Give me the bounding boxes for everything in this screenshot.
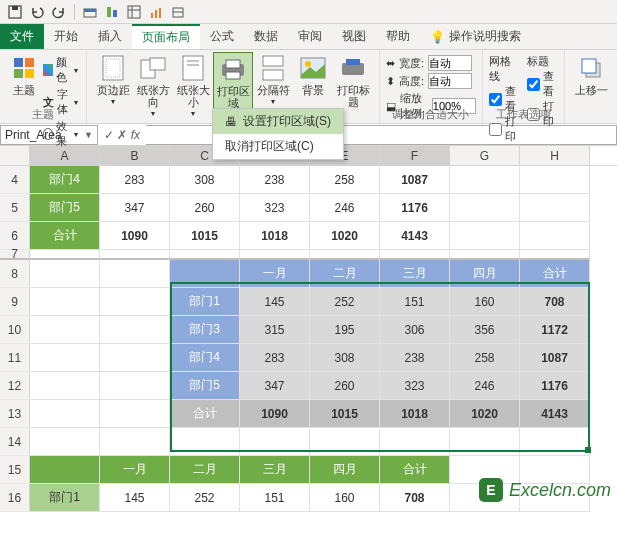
cell[interactable] bbox=[450, 194, 520, 222]
print-titles-button[interactable]: 打印标题 bbox=[333, 52, 373, 110]
cell[interactable] bbox=[30, 316, 100, 344]
cell[interactable]: 1020 bbox=[310, 222, 380, 250]
cell[interactable]: 1018 bbox=[240, 222, 310, 250]
cell[interactable]: 145 bbox=[100, 484, 170, 512]
breaks-button[interactable]: 分隔符▾ bbox=[253, 52, 293, 110]
margins-button[interactable]: 页边距▾ bbox=[93, 52, 133, 110]
cell[interactable] bbox=[240, 428, 310, 456]
tab-formulas[interactable]: 公式 bbox=[200, 24, 244, 49]
cell[interactable]: 1090 bbox=[240, 400, 310, 428]
cell[interactable] bbox=[380, 250, 450, 260]
cell[interactable]: 283 bbox=[100, 166, 170, 194]
cell[interactable]: 323 bbox=[380, 372, 450, 400]
row-number[interactable]: 15 bbox=[0, 456, 30, 484]
tab-insert[interactable]: 插入 bbox=[88, 24, 132, 49]
cell[interactable] bbox=[30, 456, 100, 484]
cell[interactable]: 1087 bbox=[520, 344, 590, 372]
cell[interactable] bbox=[520, 222, 590, 250]
cell[interactable]: 三月 bbox=[380, 260, 450, 288]
set-print-area-item[interactable]: 🖶设置打印区域(S) bbox=[213, 109, 343, 134]
qat-icon-5[interactable] bbox=[169, 3, 187, 21]
cell[interactable] bbox=[30, 288, 100, 316]
colors-button[interactable]: 颜色▾ bbox=[41, 54, 80, 86]
cell[interactable] bbox=[380, 428, 450, 456]
cell[interactable] bbox=[100, 428, 170, 456]
cell[interactable]: 合计 bbox=[380, 456, 450, 484]
cell[interactable]: 二月 bbox=[310, 260, 380, 288]
cell[interactable] bbox=[450, 428, 520, 456]
col-H[interactable]: H bbox=[520, 146, 590, 165]
undo-icon[interactable] bbox=[28, 3, 46, 21]
cell[interactable]: 一月 bbox=[100, 456, 170, 484]
cell[interactable]: 合计 bbox=[520, 260, 590, 288]
cell[interactable]: 347 bbox=[240, 372, 310, 400]
cell[interactable] bbox=[30, 400, 100, 428]
height-input[interactable] bbox=[428, 73, 472, 89]
cell[interactable]: 347 bbox=[100, 194, 170, 222]
cell[interactable] bbox=[100, 400, 170, 428]
cell[interactable]: 252 bbox=[170, 484, 240, 512]
row-number[interactable]: 10 bbox=[0, 316, 30, 344]
cell[interactable]: 160 bbox=[310, 484, 380, 512]
cell[interactable] bbox=[100, 260, 170, 288]
tab-help[interactable]: 帮助 bbox=[376, 24, 420, 49]
tell-me[interactable]: 💡操作说明搜索 bbox=[420, 24, 531, 49]
row-number[interactable]: 4 bbox=[0, 166, 30, 194]
cell[interactable] bbox=[170, 260, 240, 288]
cell[interactable] bbox=[100, 372, 170, 400]
cell[interactable] bbox=[450, 250, 520, 260]
cell[interactable]: 252 bbox=[310, 288, 380, 316]
cell[interactable] bbox=[520, 166, 590, 194]
cell[interactable]: 4143 bbox=[520, 400, 590, 428]
effects-button[interactable]: 效果▾ bbox=[41, 118, 80, 150]
cell[interactable]: 部门5 bbox=[30, 194, 100, 222]
cell[interactable]: 260 bbox=[310, 372, 380, 400]
cell[interactable]: 部门1 bbox=[170, 288, 240, 316]
row-number[interactable]: 8 bbox=[0, 260, 30, 288]
cell[interactable]: 1176 bbox=[380, 194, 450, 222]
row-number[interactable]: 5 bbox=[0, 194, 30, 222]
themes-button[interactable]: 主题 bbox=[6, 52, 41, 98]
cell[interactable]: 283 bbox=[240, 344, 310, 372]
cell[interactable]: 145 bbox=[240, 288, 310, 316]
cell[interactable] bbox=[520, 194, 590, 222]
row-number[interactable]: 16 bbox=[0, 484, 30, 512]
cell[interactable] bbox=[450, 166, 520, 194]
width-input[interactable] bbox=[428, 55, 472, 71]
cell[interactable]: 323 bbox=[240, 194, 310, 222]
row-number[interactable]: 13 bbox=[0, 400, 30, 428]
cell[interactable] bbox=[100, 316, 170, 344]
cell[interactable]: 315 bbox=[240, 316, 310, 344]
tab-file[interactable]: 文件 bbox=[0, 24, 44, 49]
cell[interactable]: 部门3 bbox=[170, 316, 240, 344]
tab-data[interactable]: 数据 bbox=[244, 24, 288, 49]
cell[interactable]: 部门1 bbox=[30, 484, 100, 512]
cell[interactable]: 4143 bbox=[380, 222, 450, 250]
cell[interactable]: 246 bbox=[310, 194, 380, 222]
background-button[interactable]: 背景 bbox=[293, 52, 333, 98]
cell[interactable] bbox=[30, 344, 100, 372]
cell[interactable] bbox=[520, 428, 590, 456]
cell[interactable] bbox=[310, 250, 380, 260]
cell[interactable] bbox=[170, 428, 240, 456]
cell[interactable]: 1176 bbox=[520, 372, 590, 400]
row-number[interactable]: 12 bbox=[0, 372, 30, 400]
head-view-check[interactable]: 查看 bbox=[527, 69, 558, 99]
cell[interactable]: 708 bbox=[520, 288, 590, 316]
cell[interactable]: 合计 bbox=[30, 222, 100, 250]
clear-print-area-item[interactable]: 取消打印区域(C) bbox=[213, 134, 343, 159]
col-B[interactable]: B bbox=[100, 146, 170, 165]
qat-icon-4[interactable] bbox=[147, 3, 165, 21]
cell[interactable]: 151 bbox=[240, 484, 310, 512]
cell[interactable]: 1020 bbox=[450, 400, 520, 428]
qat-icon-2[interactable] bbox=[103, 3, 121, 21]
cell[interactable]: 708 bbox=[380, 484, 450, 512]
cell[interactable]: 四月 bbox=[310, 456, 380, 484]
cell[interactable] bbox=[240, 250, 310, 260]
cell[interactable] bbox=[100, 344, 170, 372]
cell[interactable]: 260 bbox=[170, 194, 240, 222]
row-number[interactable]: 7 bbox=[0, 250, 30, 260]
cell[interactable] bbox=[170, 250, 240, 260]
col-F[interactable]: F bbox=[380, 146, 450, 165]
cell[interactable] bbox=[30, 428, 100, 456]
